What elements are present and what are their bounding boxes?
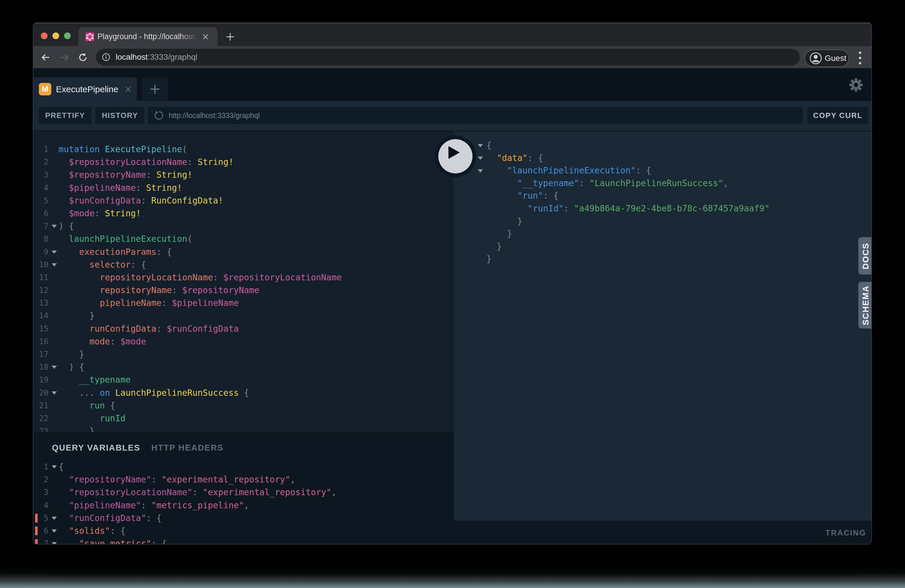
tab-http-headers[interactable]: HTTP HEADERS bbox=[151, 439, 224, 456]
line-number: 2 bbox=[33, 473, 48, 486]
tracing-bar[interactable]: TRACING bbox=[454, 521, 872, 545]
url-text: localhost:3333/graphql bbox=[116, 49, 197, 65]
line-number: 6 bbox=[33, 524, 48, 537]
query-editor[interactable]: 1mutation ExecutePipeline(2 $repositoryL… bbox=[33, 131, 454, 432]
mutation-badge: M bbox=[39, 83, 51, 95]
code-line: 6 "solids": { bbox=[33, 524, 454, 537]
fold-arrow-icon[interactable] bbox=[478, 169, 483, 173]
window-close-button[interactable] bbox=[41, 32, 48, 39]
code-line: 4 "pipelineName": "metrics_pipeline", bbox=[33, 499, 454, 512]
line-number: 17 bbox=[33, 348, 48, 361]
code-line: 9 executionParams: { bbox=[33, 246, 454, 258]
line-number: 2 bbox=[33, 156, 48, 168]
endpoint-input[interactable]: http://localhost:3333/graphql bbox=[148, 107, 803, 124]
query-variables-pane[interactable]: QUERY VARIABLESHTTP HEADERS 1{2 "reposit… bbox=[33, 432, 454, 545]
line-number: 4 bbox=[33, 499, 48, 512]
tab-query-variables[interactable]: QUERY VARIABLES bbox=[52, 439, 140, 456]
playground-tab-close-icon[interactable] bbox=[125, 86, 132, 93]
fold-arrow-icon[interactable] bbox=[52, 516, 57, 520]
code-line: 7 "save_metrics": { bbox=[33, 537, 454, 545]
code-line: 5 "runConfigData": { bbox=[33, 512, 454, 524]
fold-arrow-icon[interactable] bbox=[52, 391, 57, 395]
line-number: 1 bbox=[33, 143, 48, 156]
query-variables-lines: 1{2 "repositoryName": "experimental_repo… bbox=[33, 461, 454, 545]
code-line: } bbox=[454, 215, 872, 228]
copy-curl-button[interactable]: COPY CURL bbox=[807, 107, 868, 124]
fold-arrow-icon[interactable] bbox=[52, 251, 57, 254]
code-line: 6 $mode: String! bbox=[33, 207, 454, 220]
playground-new-tab-button[interactable] bbox=[142, 78, 168, 101]
desktop-background bbox=[0, 566, 905, 588]
avatar-icon bbox=[810, 52, 822, 64]
playground-tabbar: M ExecutePipeline bbox=[33, 68, 872, 101]
code-line: 2 "repositoryName": "experimental_reposi… bbox=[33, 473, 454, 486]
code-line: "run": { bbox=[454, 190, 872, 202]
settings-gear-icon[interactable] bbox=[849, 78, 863, 92]
graphql-favicon-icon bbox=[86, 32, 94, 41]
fold-arrow-icon[interactable] bbox=[52, 366, 57, 369]
back-button[interactable] bbox=[41, 53, 51, 62]
line-number: 7 bbox=[33, 220, 48, 232]
browser-window: Playground - http://localhost:33 bbox=[33, 22, 872, 545]
code-line: "data": { bbox=[454, 152, 872, 165]
site-info-icon[interactable] bbox=[102, 53, 110, 61]
reload-button[interactable] bbox=[78, 53, 87, 62]
line-number: 4 bbox=[33, 181, 48, 194]
line-number: 12 bbox=[33, 284, 48, 297]
code-line: 10 selector: { bbox=[33, 258, 454, 271]
response-lines: { "data": { "launchPipelineExecution": {… bbox=[454, 139, 872, 265]
window-zoom-button[interactable] bbox=[64, 32, 71, 39]
fold-arrow-icon[interactable] bbox=[52, 263, 57, 267]
tracing-label: TRACING bbox=[826, 521, 867, 545]
window-minimize-button[interactable] bbox=[52, 32, 59, 39]
forward-button[interactable] bbox=[60, 53, 69, 62]
code-line: 14 } bbox=[33, 309, 454, 322]
prettify-button[interactable]: PRETTIFY bbox=[39, 107, 91, 124]
fold-arrow-icon[interactable] bbox=[478, 144, 483, 147]
code-line: 5 $runConfigData: RunConfigData! bbox=[33, 194, 454, 207]
fold-arrow-icon[interactable] bbox=[52, 529, 57, 532]
address-bar[interactable]: localhost:3333/graphql bbox=[96, 49, 800, 65]
profile-label: Guest bbox=[825, 50, 846, 67]
reconnect-icon bbox=[154, 111, 164, 120]
code-line: 2 $repositoryLocationName: String! bbox=[33, 156, 454, 168]
query-editor-lines: 1mutation ExecutePipeline(2 $repositoryL… bbox=[33, 143, 454, 432]
line-number: 16 bbox=[33, 335, 48, 348]
graphql-playground: M ExecutePipeline bbox=[33, 68, 872, 545]
code-line: 15 runConfigData: $runConfigData bbox=[33, 323, 454, 335]
execute-button[interactable] bbox=[435, 135, 476, 177]
playground-body: 1mutation ExecutePipeline(2 $repositoryL… bbox=[33, 131, 872, 545]
browser-tab-close-icon[interactable] bbox=[201, 32, 210, 41]
code-line: 21 run { bbox=[33, 399, 454, 412]
code-line: "runId": "a49b864a-79e2-4be8-b78c-687457… bbox=[454, 202, 872, 215]
line-number: 6 bbox=[33, 207, 48, 220]
profile-button[interactable]: Guest bbox=[804, 49, 849, 67]
history-button[interactable]: HISTORY bbox=[95, 107, 144, 124]
fold-arrow-icon[interactable] bbox=[52, 542, 57, 545]
code-line: 16 mode: $mode bbox=[33, 335, 454, 348]
line-number: 15 bbox=[33, 323, 48, 335]
fold-arrow-icon[interactable] bbox=[478, 157, 483, 160]
browser-tab[interactable]: Playground - http://localhost:33 bbox=[78, 27, 218, 46]
new-tab-button[interactable] bbox=[226, 32, 235, 41]
fold-arrow-icon[interactable] bbox=[52, 466, 57, 469]
line-number: 11 bbox=[33, 271, 48, 284]
code-line: 4 $pipelineName: String! bbox=[33, 181, 454, 194]
docs-side-tab[interactable]: DOCS bbox=[858, 237, 872, 275]
line-number: 5 bbox=[33, 512, 48, 524]
line-number: 7 bbox=[33, 537, 48, 545]
playground-tab-executepipeline[interactable]: M ExecutePipeline bbox=[33, 78, 137, 101]
line-number: 3 bbox=[33, 486, 48, 499]
browser-menu-icon[interactable] bbox=[856, 51, 864, 64]
schema-side-tab[interactable]: SCHEMA bbox=[858, 282, 872, 329]
line-number: 22 bbox=[33, 412, 48, 425]
line-number: 20 bbox=[33, 386, 48, 399]
code-line: 1{ bbox=[33, 461, 454, 473]
code-line: 20 ... on LaunchPipelineRunSuccess { bbox=[33, 386, 454, 399]
endpoint-url-text: http://localhost:3333/graphql bbox=[169, 107, 260, 124]
fold-arrow-icon[interactable] bbox=[52, 225, 57, 228]
line-number: 19 bbox=[33, 373, 48, 386]
response-pane[interactable]: { "data": { "launchPipelineExecution": {… bbox=[454, 131, 872, 521]
code-line: "__typename": "LaunchPipelineRunSuccess"… bbox=[454, 177, 872, 190]
code-line: 1mutation ExecutePipeline( bbox=[33, 143, 454, 156]
